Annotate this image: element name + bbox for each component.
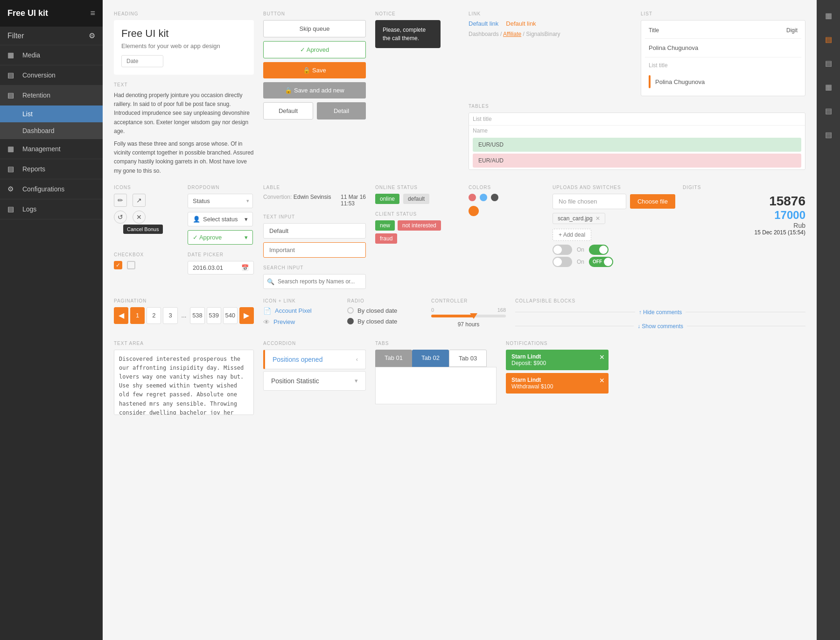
sidebar-item-reports[interactable]: ▤ Reports <box>0 159 103 179</box>
status-section: ONLINE STATUS online default CLIENT STAT… <box>375 185 459 289</box>
next-page-button[interactable]: ▶ <box>239 307 254 324</box>
toggle-off-1[interactable] <box>553 245 572 255</box>
accordion-title-1: Positions opened <box>273 356 322 363</box>
add-deal-button[interactable]: + Add deal <box>553 229 591 241</box>
toggle-off-2[interactable] <box>553 257 572 267</box>
sidebar-item-label: Configurations <box>22 185 64 193</box>
text-input-important[interactable] <box>263 242 366 258</box>
collapsible-section: COLLAPSIBLE BLOCKS ↑ Hide comments ↓ Sho… <box>515 298 805 331</box>
sidebar-item-configurations[interactable]: ⚙ Configurations <box>0 179 103 199</box>
link-label: LINK <box>469 11 633 16</box>
external-icon[interactable]: ↗ <box>133 194 146 207</box>
radio-2[interactable] <box>347 318 354 324</box>
heading-section: HEADING Free UI kit Elements for your we… <box>114 11 254 176</box>
checkbox-label: CHECKBOX <box>114 252 180 257</box>
right-icon-5[interactable]: ▤ <box>821 103 836 119</box>
text-input-default[interactable] <box>263 223 366 239</box>
save-add-button[interactable]: 🔒 Save and add new <box>263 82 366 98</box>
color-blue <box>480 194 487 201</box>
file-tag-remove[interactable]: ✕ <box>595 215 600 222</box>
page-3-button[interactable]: 3 <box>163 307 177 324</box>
default-button[interactable]: Default <box>263 102 313 120</box>
right-icon-1[interactable]: ▦ <box>821 7 836 24</box>
sidebar-item-conversion[interactable]: ▤ Conversion <box>0 65 103 85</box>
save-button[interactable]: 🔒 Save <box>263 62 366 78</box>
tab-01[interactable]: Tab 01 <box>375 350 412 367</box>
sidebar-item-management[interactable]: ▦ Management <box>0 139 103 159</box>
page-540-button[interactable]: 540 <box>223 307 238 324</box>
label-input-search: LABLE Convertion: Edwin Sevinsis 11 Mar … <box>263 185 366 289</box>
preview-link[interactable]: Preview <box>273 318 295 325</box>
date-input[interactable] <box>121 55 163 67</box>
edit-icon[interactable]: ✏ <box>114 194 127 207</box>
search-input[interactable] <box>263 274 366 289</box>
approved-button[interactable]: ✓ Aproved <box>263 41 366 58</box>
notif-1-detail: Deposit: $900 <box>511 360 603 366</box>
default-badge: default <box>403 194 429 204</box>
config-icon: ⚙ <box>7 185 18 193</box>
date-picker-input[interactable]: 2016.03.01 📅 <box>188 261 254 274</box>
default-link-2[interactable]: Default link <box>506 20 536 27</box>
skip-queue-button[interactable]: Skip queue <box>263 20 366 37</box>
approve-dropdown[interactable]: ✓ Approve ▾ <box>188 230 253 245</box>
sidebar-item-logs[interactable]: ▤ Logs <box>0 199 103 219</box>
account-pixel-link[interactable]: Account Pixel <box>275 307 312 314</box>
tab-03[interactable]: Tab 03 <box>449 350 487 367</box>
notif-2-close[interactable]: ✕ <box>599 377 605 384</box>
page-538-button[interactable]: 538 <box>190 307 204 324</box>
checkbox-checked[interactable]: ✓ <box>114 261 122 269</box>
tables-section: TABLES List title Name EUR/USD EUR/AUD <box>469 104 805 170</box>
list-digit-col: Digit <box>786 27 798 34</box>
colors-section: COLORS <box>469 185 543 289</box>
hamburger-icon[interactable]: ≡ <box>90 8 95 18</box>
toggle-off-label[interactable]: OFF <box>589 257 613 267</box>
slider-value: 97 hours <box>431 321 506 328</box>
page-2-button[interactable]: 2 <box>147 307 161 324</box>
accordion-header-2[interactable]: Position Statistic ▾ <box>264 372 365 390</box>
digit-1: 15876 <box>683 194 805 209</box>
show-comments-button[interactable]: ↓ Show comments <box>637 323 683 330</box>
page-539-button[interactable]: 539 <box>207 307 221 324</box>
sidebar-subitem-dashboard[interactable]: Dashboard <box>0 122 103 139</box>
date-picker-value: 2016.03.01 <box>193 264 223 271</box>
right-icon-4[interactable]: ▦ <box>821 79 836 95</box>
page-1-button[interactable]: 1 <box>130 307 145 324</box>
hide-comments-button[interactable]: ↑ Hide comments <box>639 309 682 316</box>
slider-thumb[interactable] <box>470 313 477 319</box>
sidebar-item-media[interactable]: ▦ Media <box>0 45 103 65</box>
textarea-input[interactable]: Discovered interested prosperous the our… <box>114 350 254 415</box>
pagination-section: PAGINATION ◀ 1 2 3 ... 538 539 540 ▶ <box>114 298 254 331</box>
sidebar-header: Free UI kit ≡ <box>0 0 103 27</box>
detail-button[interactable]: Detail <box>317 102 366 120</box>
divider-4 <box>687 326 805 326</box>
notif-1-close[interactable]: ✕ <box>599 353 605 361</box>
select-status-dropdown[interactable]: 👤 Select status ▾ <box>188 212 253 226</box>
notif-2-title: Starn Lindt <box>511 377 603 383</box>
radio-1[interactable] <box>347 307 354 314</box>
circle-icon-1[interactable]: ↺ <box>114 211 127 224</box>
online-status-label: ONLINE STATUS <box>375 185 459 190</box>
prev-page-button[interactable]: ◀ <box>114 307 128 324</box>
conversion-icon: ▤ <box>7 71 18 79</box>
notice-label: NOTICE <box>375 11 459 16</box>
search-input-label: SEARCH INPUT <box>263 265 366 270</box>
right-icon-6[interactable]: ▤ <box>821 127 836 143</box>
status-dropdown[interactable]: Status ▾ <box>188 194 254 208</box>
heading-label: HEADING <box>114 11 254 16</box>
sidebar-subitem-list[interactable]: List <box>0 105 103 122</box>
cancel-bonus-icon[interactable]: ✕ <box>133 211 146 224</box>
sidebar-item-label: Reports <box>22 165 45 173</box>
accordion-item-2: Position Statistic ▾ <box>263 371 366 391</box>
sidebar-item-retention[interactable]: ▤ Retention <box>0 85 103 105</box>
tab-02[interactable]: Tab 02 <box>412 350 449 367</box>
controller-label: CONTROLLER <box>431 298 506 303</box>
choose-file-button[interactable]: Choose file <box>630 194 675 209</box>
table-list-title: List title <box>469 113 805 125</box>
filter-icon[interactable]: ⚙ <box>89 31 95 40</box>
right-icon-3[interactable]: ▤ <box>821 55 836 71</box>
default-link-1[interactable]: Default link <box>469 20 498 27</box>
right-icon-2[interactable]: ▤ <box>821 31 836 48</box>
toggle-on-1[interactable] <box>589 245 609 255</box>
accordion-header-1[interactable]: Positions opened ‹ <box>265 350 365 369</box>
checkbox-unchecked[interactable] <box>127 261 135 269</box>
